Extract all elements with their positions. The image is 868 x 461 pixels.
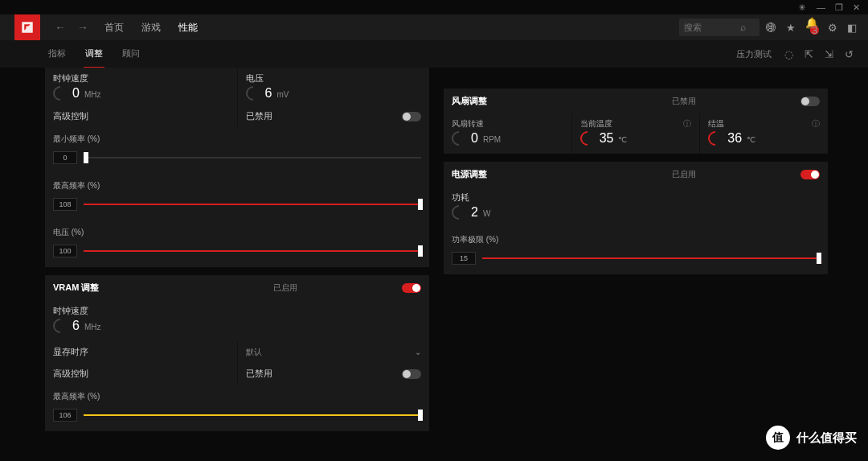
vram-maxfreq-value[interactable]: 106 xyxy=(53,409,77,422)
gpu-advctrl-state: 已禁用 xyxy=(246,110,403,122)
share-icon[interactable]: ⇲ xyxy=(825,48,833,60)
fan-title: 风扇调整 xyxy=(452,95,672,107)
search-input[interactable] xyxy=(684,23,740,32)
gpu-advctrl-label: 高级控制 xyxy=(53,111,88,121)
maximize-icon[interactable]: ❐ xyxy=(835,2,843,13)
fan-speed-value: 0 xyxy=(471,131,478,146)
export-icon[interactable]: ⇱ xyxy=(805,48,813,60)
fan-curtemp-gauge-icon xyxy=(577,128,597,148)
vram-timing-label: 显存时序 xyxy=(53,347,88,356)
vram-advctrl-label: 高级控制 xyxy=(53,368,88,378)
gpu-clock-value: 0 xyxy=(72,86,80,101)
gpu-clock-unit: MHz xyxy=(84,90,101,99)
gpu-volt-value: 6 xyxy=(265,86,272,101)
fan-panel: 风扇调整 已禁用 风扇转速 0 RPM 当前温度ⓘ 3 xyxy=(444,88,828,154)
power-limit-slider[interactable]: 15 xyxy=(452,252,820,265)
gpu-clock-label: 时钟速度 xyxy=(53,72,229,84)
power-limit-value[interactable]: 15 xyxy=(452,252,476,265)
amd-logo xyxy=(14,14,40,40)
vram-state: 已启用 xyxy=(273,282,402,294)
vram-maxfreq-label: 最高频率 (%) xyxy=(53,391,421,402)
bell-icon[interactable]: 🔔3 xyxy=(805,17,818,38)
vram-advctrl-toggle[interactable] xyxy=(402,369,421,379)
nav-back-icon[interactable]: ← xyxy=(51,21,69,34)
fan-speed-unit: RPM xyxy=(483,135,501,144)
web-icon[interactable]: 🌐︎ xyxy=(766,22,776,34)
vram-timing-dropdown[interactable]: 默认⌄ xyxy=(238,341,430,363)
vram-clock-unit: MHz xyxy=(84,323,101,331)
power-pwr-label: 功耗 xyxy=(452,191,820,204)
star-icon[interactable]: ★ xyxy=(786,22,796,34)
fan-junc-value: 36 xyxy=(727,131,742,146)
gpu-advctrl-toggle[interactable] xyxy=(402,112,421,121)
fan-junc-unit: ℃ xyxy=(747,135,755,144)
power-pwr-unit: W xyxy=(483,209,490,218)
info-icon[interactable]: ⓘ xyxy=(812,118,820,130)
subtab-metrics[interactable]: 指标 xyxy=(47,40,68,68)
fan-junc-label: 结温 xyxy=(708,118,724,130)
gpu-clock-gauge-icon xyxy=(50,83,70,103)
power-pwr-gauge-icon xyxy=(448,202,469,222)
watermark: 值 什么值得买 xyxy=(766,426,857,450)
vram-maxfreq-slider[interactable]: 106 xyxy=(53,409,421,422)
stress-test-label[interactable]: 压力测试 xyxy=(736,48,772,60)
chevron-down-icon: ⌄ xyxy=(415,348,421,356)
gpu-minfreq-value[interactable]: 0 xyxy=(53,151,77,164)
minimize-icon[interactable]: — xyxy=(817,2,825,12)
vram-title: VRAM 调整 xyxy=(53,282,273,294)
fan-toggle[interactable] xyxy=(800,97,820,106)
fan-speed-gauge-icon xyxy=(448,128,469,148)
fan-curtemp-label: 当前温度 xyxy=(580,118,612,130)
vram-clock-value: 6 xyxy=(72,319,80,333)
tab-games[interactable]: 游戏 xyxy=(140,14,162,41)
power-toggle[interactable] xyxy=(800,170,820,179)
fan-curtemp-value: 35 xyxy=(600,131,614,146)
watermark-icon: 值 xyxy=(766,426,790,450)
gpu-minfreq-slider[interactable]: 0 xyxy=(53,151,421,164)
vram-clock-gauge-icon xyxy=(50,315,70,335)
gpu-minfreq-label: 最小频率 (%) xyxy=(53,134,421,145)
vram-clock-label: 时钟速度 xyxy=(53,305,421,317)
watermark-text: 什么值得买 xyxy=(796,430,857,446)
panel-icon[interactable]: ◧ xyxy=(847,22,857,34)
bug-icon[interactable]: ⛯ xyxy=(798,2,807,12)
bell-badge: 3 xyxy=(810,26,819,35)
tab-home[interactable]: 首页 xyxy=(103,14,125,41)
gpu-volt-unit: mV xyxy=(276,90,289,99)
gpu-voltpct-label: 电压 (%) xyxy=(53,227,421,238)
vram-toggle[interactable] xyxy=(402,283,421,293)
gpu-voltpct-slider[interactable]: 100 xyxy=(53,245,421,257)
vram-panel: VRAM 调整 已启用 时钟速度 6 MHz 显存时序 默认⌄ 高级控制 已禁用 xyxy=(45,275,429,431)
close-icon[interactable]: ✕ xyxy=(853,2,860,13)
power-title: 电源调整 xyxy=(452,168,672,180)
gear-icon[interactable]: ⚙ xyxy=(828,22,837,34)
vram-advctrl-state: 已禁用 xyxy=(246,368,403,380)
search-icon[interactable]: ⌕ xyxy=(740,22,746,33)
gpu-volt-gauge-icon xyxy=(243,83,263,103)
stress-test-icon[interactable]: ◌ xyxy=(784,48,793,60)
power-limit-label: 功率极限 (%) xyxy=(452,234,820,245)
fan-curtemp-unit: ℃ xyxy=(618,135,627,144)
fan-junc-gauge-icon xyxy=(706,128,726,148)
fan-state: 已禁用 xyxy=(672,96,800,107)
info-icon[interactable]: ⓘ xyxy=(683,118,691,130)
gpu-panel: 时钟速度 0 MHz 电压 6 mV 高级控制 xyxy=(45,68,429,267)
search-box[interactable]: ⌕ xyxy=(679,19,760,36)
gpu-volt-label: 电压 xyxy=(246,72,422,84)
tab-performance[interactable]: 性能 xyxy=(177,14,199,41)
gpu-voltpct-value[interactable]: 100 xyxy=(53,245,77,257)
gpu-maxfreq-slider[interactable]: 108 xyxy=(53,198,421,211)
nav-forward-icon[interactable]: → xyxy=(74,21,92,34)
power-panel: 电源调整 已启用 功耗 2 W 功率极限 (%) 15 xyxy=(444,162,828,274)
power-state: 已启用 xyxy=(672,169,800,180)
subtab-advisor[interactable]: 顾问 xyxy=(121,40,141,68)
power-pwr-value: 2 xyxy=(471,205,478,220)
fan-speed-label: 风扇转速 xyxy=(452,118,484,130)
gpu-maxfreq-label: 最高频率 (%) xyxy=(53,180,421,191)
reset-icon[interactable]: ↺ xyxy=(845,48,854,60)
subtab-tuning[interactable]: 调整 xyxy=(84,40,104,68)
gpu-maxfreq-value[interactable]: 108 xyxy=(53,198,77,211)
